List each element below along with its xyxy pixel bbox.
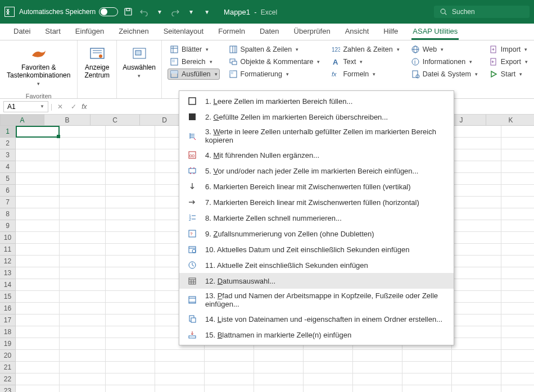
redo-icon[interactable]	[170, 6, 181, 17]
cell[interactable]	[452, 256, 501, 267]
cell[interactable]	[452, 338, 501, 350]
row-header[interactable]: 4	[0, 161, 16, 173]
cell[interactable]	[106, 208, 155, 220]
tab-daten[interactable]: Daten	[254, 24, 285, 40]
qat-caret-2[interactable]: ▾	[185, 6, 197, 17]
cell[interactable]	[106, 232, 155, 244]
cell[interactable]	[452, 267, 501, 279]
cell[interactable]	[452, 126, 501, 138]
undo-icon[interactable]	[138, 6, 150, 17]
cell[interactable]	[452, 303, 501, 314]
cell[interactable]	[60, 161, 106, 173]
row-header[interactable]: 12	[0, 256, 16, 267]
cell[interactable]	[16, 138, 60, 149]
cancel-icon[interactable]: ✕	[55, 103, 66, 111]
cell[interactable]	[501, 338, 534, 350]
cell[interactable]	[106, 314, 155, 326]
cell[interactable]	[60, 149, 106, 161]
cell[interactable]	[353, 350, 402, 362]
cell[interactable]	[106, 279, 155, 291]
cell[interactable]	[106, 291, 155, 303]
cell[interactable]	[16, 267, 60, 279]
cell[interactable]	[452, 326, 501, 338]
row-header[interactable]: 1	[0, 126, 16, 138]
menu-item-6[interactable]: 6. Markierten Bereich linear mit Zwische…	[179, 179, 454, 194]
cell[interactable]	[501, 373, 534, 385]
cell[interactable]	[254, 362, 304, 373]
tab-start[interactable]: Start	[39, 24, 66, 40]
cell[interactable]	[452, 208, 501, 220]
menu-item-8[interactable]: 128. Markierte Zellen schnell nummeriere…	[179, 210, 454, 226]
cell[interactable]	[16, 208, 60, 220]
cell[interactable]	[254, 350, 304, 362]
cell[interactable]	[501, 208, 534, 220]
cell[interactable]	[60, 138, 106, 149]
ribbon-start-button[interactable]: Start▾	[487, 69, 530, 80]
cell[interactable]	[501, 244, 534, 256]
ribbon-bereich-button[interactable]: Bereich▾	[168, 56, 219, 67]
menu-item-3[interactable]: 3. Werte in leere Zellen unterhalb gefül…	[179, 125, 454, 147]
cell[interactable]	[60, 256, 106, 267]
cell[interactable]	[106, 149, 155, 161]
row-header[interactable]: 15	[0, 291, 16, 303]
cell[interactable]	[205, 362, 254, 373]
cell[interactable]	[452, 314, 501, 326]
cell[interactable]	[452, 279, 501, 291]
qat-more[interactable]: ▼	[201, 6, 212, 17]
cell[interactable]	[402, 385, 452, 392]
cell[interactable]	[353, 373, 402, 385]
cell[interactable]	[60, 362, 106, 373]
tab-datei[interactable]: Datei	[8, 24, 36, 40]
tab-hilfe[interactable]: Hilfe	[378, 24, 404, 40]
cell[interactable]	[304, 373, 353, 385]
cell[interactable]	[501, 279, 534, 291]
cell[interactable]	[501, 197, 534, 208]
ribbon-web-button[interactable]: Web▾	[409, 44, 480, 55]
cell[interactable]	[353, 385, 402, 392]
row-header[interactable]: 10	[0, 232, 16, 244]
tab-asap-utilities[interactable]: ASAP Utilities	[407, 24, 463, 40]
cell[interactable]	[106, 161, 155, 173]
cell[interactable]	[452, 197, 501, 208]
cell[interactable]	[106, 362, 155, 373]
menu-item-11[interactable]: 11. Aktuelle Zeit einschließlich Sekunde…	[179, 257, 454, 273]
cell[interactable]	[452, 244, 501, 256]
cell[interactable]	[60, 291, 106, 303]
col-header[interactable]: A	[1, 115, 44, 126]
row-header[interactable]: 5	[0, 173, 16, 185]
menu-item-10[interactable]: 10. Aktuelles Datum und Zeit einschließl…	[179, 241, 454, 257]
cell[interactable]	[16, 244, 60, 256]
confirm-icon[interactable]: ✓	[68, 103, 79, 111]
cell[interactable]	[106, 385, 155, 392]
menu-item-7[interactable]: 7. Markierten Bereich linear mit Zwische…	[179, 194, 454, 210]
tab-überprüfen[interactable]: Überprüfen	[288, 24, 336, 40]
name-box[interactable]: A1▼	[3, 101, 48, 112]
cell[interactable]	[501, 314, 534, 326]
ribbon-spalten-zeilen-button[interactable]: Spalten & Zeilen▾	[227, 44, 323, 55]
cell[interactable]	[501, 291, 534, 303]
cell[interactable]	[452, 185, 501, 197]
auswaehlen-button[interactable]: Auswählen▾	[119, 43, 159, 82]
cell[interactable]	[60, 244, 106, 256]
row-header[interactable]: 2	[0, 138, 16, 149]
ribbon-export-button[interactable]: Export▾	[487, 56, 530, 67]
cell[interactable]	[16, 279, 60, 291]
cell[interactable]	[402, 373, 452, 385]
row-header[interactable]: 13	[0, 267, 16, 279]
cell[interactable]	[106, 244, 155, 256]
tab-seitenlayout[interactable]: Seitenlayout	[158, 24, 210, 40]
cell[interactable]	[60, 267, 106, 279]
row-header[interactable]: 9	[0, 220, 16, 232]
row-header[interactable]: 18	[0, 326, 16, 338]
ribbon-formatierung-button[interactable]: Formatierung▾	[227, 69, 323, 80]
cell[interactable]	[501, 326, 534, 338]
cell[interactable]	[60, 126, 106, 138]
cell[interactable]	[60, 385, 106, 392]
cell[interactable]	[254, 385, 304, 392]
cell[interactable]	[60, 373, 106, 385]
cell[interactable]	[60, 338, 106, 350]
cell[interactable]	[60, 173, 106, 185]
menu-item-9[interactable]: ?9. Zufallsnummerierung von Zellen (ohne…	[179, 226, 454, 241]
menu-item-2[interactable]: 2. Gefüllte Zellen im markierten Bereich…	[179, 109, 454, 125]
cell[interactable]	[452, 149, 501, 161]
